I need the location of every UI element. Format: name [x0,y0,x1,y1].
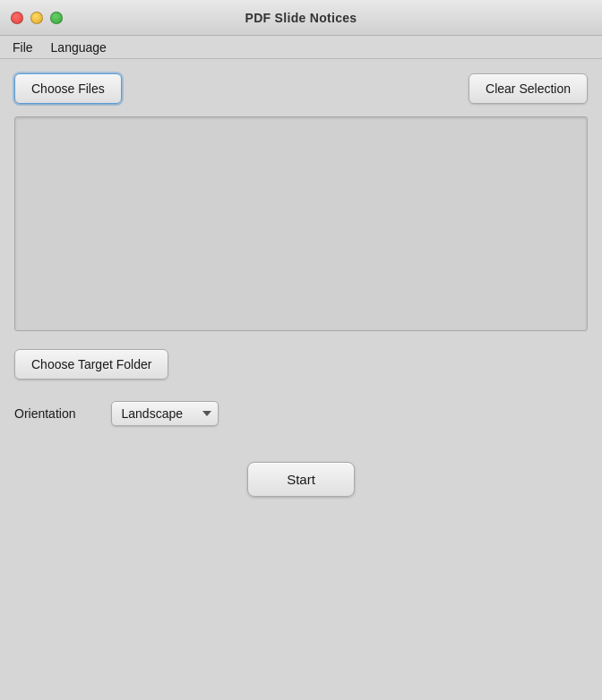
maximize-button[interactable] [50,12,63,24]
choose-target-folder-button[interactable]: Choose Target Folder [14,349,168,380]
folder-row: Choose Target Folder [14,349,588,380]
clear-selection-button[interactable]: Clear Selection [469,73,588,104]
title-bar: PDF Slide Notices [0,0,602,36]
top-button-row: Choose Files Clear Selection [14,73,588,104]
orientation-row: Orientation Landscape Portrait [14,401,588,426]
minimize-button[interactable] [30,12,43,24]
start-button[interactable]: Start [247,462,355,497]
window-controls [11,12,63,24]
window-title: PDF Slide Notices [245,11,357,25]
main-content: Choose Files Clear Selection Choose Targ… [0,59,602,511]
menu-language[interactable]: Language [47,38,110,56]
orientation-select-wrapper: Landscape Portrait [111,401,219,426]
orientation-select[interactable]: Landscape Portrait [111,401,219,426]
file-list-area [14,116,588,331]
menu-file[interactable]: File [9,38,37,56]
choose-files-button[interactable]: Choose Files [14,73,122,104]
orientation-label: Orientation [14,406,75,421]
menu-bar: File Language [0,36,602,59]
start-row: Start [14,462,588,497]
close-button[interactable] [11,12,23,24]
